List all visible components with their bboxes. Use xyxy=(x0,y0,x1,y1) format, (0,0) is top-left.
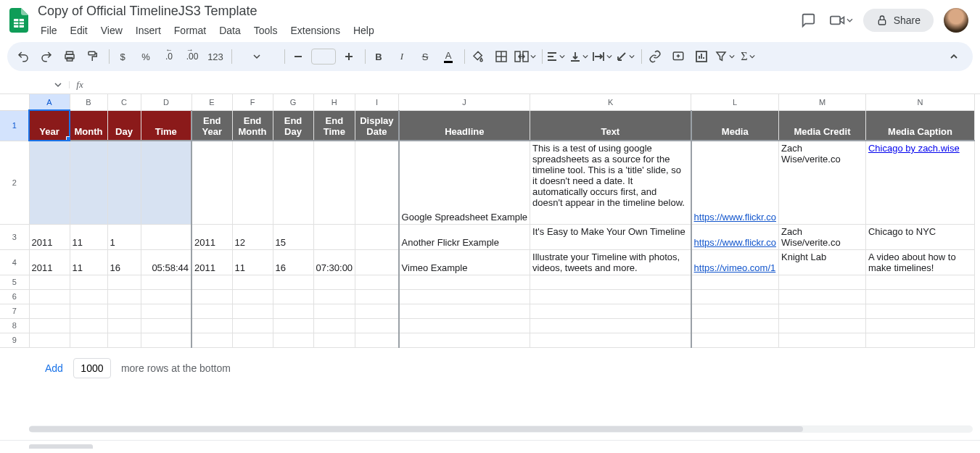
cell-E8[interactable] xyxy=(192,318,232,333)
cell-M8[interactable] xyxy=(778,318,865,333)
name-box[interactable] xyxy=(0,81,70,88)
cell-G6[interactable] xyxy=(273,289,313,304)
cell-K2[interactable]: This is a test of using google spreadshe… xyxy=(530,141,691,224)
header-cell-A[interactable]: Year xyxy=(29,110,70,141)
col-header-N[interactable]: N xyxy=(865,94,974,110)
cell-E7[interactable] xyxy=(192,304,232,318)
col-header-L[interactable]: L xyxy=(691,94,779,110)
cell-E4[interactable]: 2011 xyxy=(192,249,232,275)
sheet-tab[interactable] xyxy=(29,444,93,449)
cell-H4[interactable]: 07:30:00 xyxy=(313,249,355,275)
cell-M5[interactable] xyxy=(778,275,865,289)
cell-D5[interactable] xyxy=(141,275,192,289)
col-header-G[interactable]: G xyxy=(273,94,313,110)
cell-I6[interactable] xyxy=(355,289,399,304)
merge-cells-button[interactable] xyxy=(514,46,536,67)
cell-M3[interactable]: Zach Wise/verite.co xyxy=(778,224,865,249)
header-cell-N[interactable]: Media Caption xyxy=(865,110,974,141)
cell-N5[interactable] xyxy=(865,275,974,289)
cell-B3[interactable]: 11 xyxy=(70,224,107,249)
cell-L6[interactable] xyxy=(691,289,779,304)
cell-A4[interactable]: 2011 xyxy=(29,249,70,275)
cell-F3[interactable]: 12 xyxy=(232,224,273,249)
col-header-H[interactable]: H xyxy=(313,94,355,110)
cell-B5[interactable] xyxy=(70,275,107,289)
cell-I5[interactable] xyxy=(355,275,399,289)
cell-B9[interactable] xyxy=(70,333,107,347)
header-cell-G[interactable]: End Day xyxy=(273,110,313,141)
cell-F4[interactable]: 11 xyxy=(232,249,273,275)
cell-M6[interactable] xyxy=(778,289,865,304)
cell-E9[interactable] xyxy=(192,333,232,347)
cell-L7[interactable] xyxy=(691,304,779,318)
cell-C7[interactable] xyxy=(107,304,141,318)
cell-D4[interactable]: 05:58:44 xyxy=(141,249,192,275)
cell-K5[interactable] xyxy=(530,275,691,289)
cell-H6[interactable] xyxy=(313,289,355,304)
text-color-button[interactable]: A xyxy=(438,46,458,67)
menu-insert[interactable]: Insert xyxy=(130,22,167,39)
cell-D8[interactable] xyxy=(141,318,192,333)
header-cell-H[interactable]: End Time xyxy=(313,110,355,141)
cell-A5[interactable] xyxy=(29,275,70,289)
cell-C9[interactable] xyxy=(107,333,141,347)
header-cell-D[interactable]: Time xyxy=(141,110,192,141)
header-cell-F[interactable]: End Month xyxy=(232,110,273,141)
cell-J7[interactable] xyxy=(399,304,530,318)
font-select[interactable] xyxy=(235,46,279,67)
cell-G7[interactable] xyxy=(273,304,313,318)
cell-N2[interactable]: Chicago by zach.wise xyxy=(865,141,974,224)
cell-A9[interactable] xyxy=(29,333,70,347)
cell-A6[interactable] xyxy=(29,289,70,304)
cell-A8[interactable] xyxy=(29,318,70,333)
header-cell-K[interactable]: Text xyxy=(530,110,691,141)
cell-J8[interactable] xyxy=(399,318,530,333)
cell-F9[interactable] xyxy=(232,333,273,347)
cell-A2[interactable] xyxy=(29,141,70,224)
cell-J3[interactable]: Another Flickr Example xyxy=(399,224,530,249)
more-formats-button[interactable]: 123 xyxy=(205,46,226,67)
cell-B2[interactable] xyxy=(70,141,107,224)
cell-L5[interactable] xyxy=(691,275,779,289)
cell-I2[interactable] xyxy=(355,141,399,224)
cell-J4[interactable]: Vimeo Example xyxy=(399,249,530,275)
italic-button[interactable]: I xyxy=(392,46,412,67)
cell-E6[interactable] xyxy=(192,289,232,304)
rotate-button[interactable] xyxy=(615,46,635,67)
cell-B4[interactable]: 11 xyxy=(70,249,107,275)
h-align-button[interactable] xyxy=(545,46,566,67)
cell-K7[interactable] xyxy=(530,304,691,318)
cell-D3[interactable] xyxy=(141,224,192,249)
col-header-A[interactable]: A xyxy=(29,94,70,110)
cell-H8[interactable] xyxy=(313,318,355,333)
cell-L9[interactable] xyxy=(691,333,779,347)
col-header-F[interactable]: F xyxy=(232,94,273,110)
font-size-input[interactable] xyxy=(311,49,336,65)
share-button[interactable]: Share xyxy=(863,9,934,32)
menu-tools[interactable]: Tools xyxy=(248,22,284,39)
cell-C2[interactable] xyxy=(107,141,141,224)
cell-M2[interactable]: Zach Wise/verite.co xyxy=(778,141,865,224)
bold-button[interactable]: B xyxy=(368,46,389,67)
cell-G4[interactable]: 16 xyxy=(273,249,313,275)
wrap-button[interactable] xyxy=(592,46,612,67)
col-header-E[interactable]: E xyxy=(192,94,232,110)
header-cell-B[interactable]: Month xyxy=(70,110,107,141)
cell-F2[interactable] xyxy=(232,141,273,224)
row-header-1[interactable]: 1 xyxy=(0,110,29,141)
paint-format-icon[interactable] xyxy=(83,46,103,67)
col-header-C[interactable]: C xyxy=(107,94,141,110)
row-header-7[interactable]: 7 xyxy=(0,304,29,318)
cell-G9[interactable] xyxy=(273,333,313,347)
doc-title[interactable]: Copy of Official TimelineJS3 Template xyxy=(35,2,796,20)
increase-font-icon[interactable] xyxy=(339,46,359,67)
col-header-D[interactable]: D xyxy=(141,94,192,110)
cell-D7[interactable] xyxy=(141,304,192,318)
cell-C8[interactable] xyxy=(107,318,141,333)
cell-I9[interactable] xyxy=(355,333,399,347)
col-header-M[interactable]: M xyxy=(778,94,865,110)
cell-C6[interactable] xyxy=(107,289,141,304)
cell-H2[interactable] xyxy=(313,141,355,224)
meet-icon[interactable] xyxy=(830,9,853,32)
col-header-B[interactable]: B xyxy=(70,94,107,110)
